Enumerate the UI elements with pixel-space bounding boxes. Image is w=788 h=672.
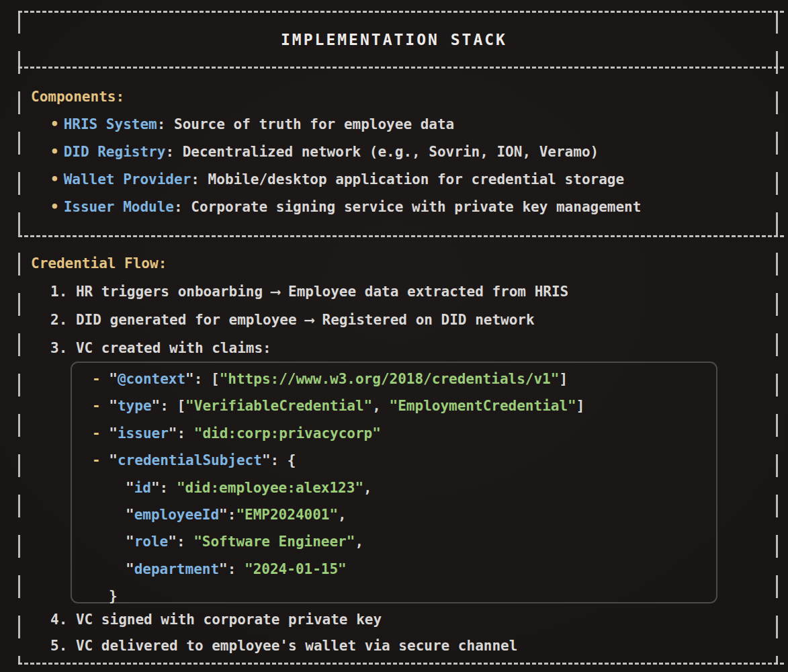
claim-token: employeeId [134,507,219,523]
bullet-wrap: •DID Registry: Decentralized network (e.… [31,138,599,166]
claim-token: , [355,534,363,550]
flow-step: 2. DID generated for employee ⟶ Register… [31,306,568,334]
claim-token: " [126,480,134,496]
claim-line: - "type": ["VerifiableCredential", "Empl… [72,392,716,419]
claim-token: "VerifiableCredential" [185,398,372,414]
claim-token: role [134,534,169,550]
claim-token: ": [ [185,371,220,387]
flow-steps-4-5-section: 4. VC signed with corporate private key5… [31,607,517,659]
claim-token: "did:employee:alex123" [177,480,363,496]
claim-token: ": [168,534,193,550]
claim-line: "department": "2024-01-15" [72,556,716,583]
claim-token: ] [576,398,585,414]
claim-line: } [72,583,716,610]
claim-token: , [338,507,347,523]
claim-token: id [134,480,151,496]
claim-token: "Software Engineer" [193,534,355,550]
component-item: •DID Registry: Decentralized network (e.… [31,138,641,166]
bullet-icon: • [50,171,59,187]
claim-token: " [109,371,118,387]
frame-border-left [18,11,20,665]
claim-token: " [109,398,118,414]
component-name: DID Registry [64,144,166,160]
flow-step-text: 2. DID generated for employee ⟶ Register… [31,306,535,334]
claim-line: - "@context": ["https://www.w3.org/2018/… [72,366,716,392]
claim-token: ] [559,371,568,387]
flow-step-text: 5. VC delivered to employee's wallet via… [31,633,517,659]
claim-token: "https://www.w3.org/2018/credentials/v1" [220,371,560,387]
claim-token: credentialSubject [118,452,262,468]
flow-step: 3. VC created with claims: [31,334,568,362]
frame-border-bottom [18,663,785,665]
claim-token: " [109,425,118,442]
flow-step-text: 4. VC signed with corporate private key [31,607,382,633]
claim-token: - [92,425,109,442]
component-name: HRIS System [64,116,157,132]
component-description: : Decentralized network (e.g., Sovrin, I… [165,144,599,160]
components-section: Components: •HRIS System: Source of trut… [31,83,641,221]
claim-token: } [109,588,118,604]
component-description: : Corporate signing service with private… [174,199,641,215]
bullet-icon: • [50,116,59,132]
component-item: •Issuer Module: Corporate signing servic… [31,194,641,221]
claim-token: - [92,371,109,387]
claim-line: "role": "Software Engineer", [72,528,716,555]
claim-token: ": [ [152,398,186,414]
claim-token: " [126,507,134,523]
page-title: IMPLEMENTATION STACK [0,31,788,48]
component-name: Issuer Module [64,199,174,215]
component-item: •Wallet Provider: Mobile/desktop applica… [31,166,641,194]
ascii-frame: IMPLEMENTATION STACK Components: •HRIS S… [0,0,788,672]
claim-token: "EmploymentCredential" [390,398,576,414]
claim-token: " [126,534,134,550]
claim-token: , [372,398,389,414]
bullet-wrap: •HRIS System: Source of truth for employ… [31,111,454,138]
claim-token: ": [219,561,245,577]
divider-under-title [18,67,785,69]
component-description: : Mobile/desktop application for credent… [191,171,624,187]
bullet-wrap: •Issuer Module: Corporate signing servic… [31,194,641,221]
flow-steps-4-5: 4. VC signed with corporate private key5… [31,607,517,659]
claims-code-box: - "@context": ["https://www.w3.org/2018/… [71,362,717,603]
claim-token: type [118,398,152,414]
claim-token: - [92,452,109,468]
claim-line: "id": "did:employee:alex123", [72,474,716,501]
flow-step: 5. VC delivered to employee's wallet via… [31,633,517,659]
claim-token: ": [151,480,177,496]
flow-steps-1-3: 1. HR triggers onboarbing ⟶ Employee dat… [31,278,568,362]
flow-step-text: 1. HR triggers onboarbing ⟶ Employee dat… [31,278,568,306]
claim-token: "EMP2024001" [236,507,338,523]
credential-flow-section: Credential Flow: 1. HR triggers onboarbi… [31,249,568,362]
claims-json-lines: - "@context": ["https://www.w3.org/2018/… [72,366,716,610]
bullet-icon: • [50,199,59,215]
claim-token: - [92,398,109,414]
claim-token: " [109,452,118,468]
claim-line: "employeeId":"EMP2024001", [72,501,716,528]
claim-token: ": { [262,452,296,468]
frame-border-top [18,11,785,13]
flow-step-text: 3. VC created with claims: [31,334,271,362]
claim-token: " [126,561,134,577]
claim-line: - "credentialSubject": { [72,447,716,474]
claim-token: ": [219,507,236,523]
claim-token: issuer [118,425,169,442]
component-description: : Source of truth for employee data [157,116,455,132]
credential-flow-heading: Credential Flow: [31,249,568,278]
flow-step: 4. VC signed with corporate private key [31,607,517,633]
bullet-icon: • [50,144,59,160]
claim-token: "did:corp:privacycorp" [194,425,381,442]
flow-step: 1. HR triggers onboarbing ⟶ Employee dat… [31,278,568,306]
claim-token: department [134,561,219,577]
claim-token: "2024-01-15" [245,561,347,577]
claim-token: ": [169,425,194,442]
bullet-wrap: •Wallet Provider: Mobile/desktop applica… [31,166,624,194]
claim-token: , [363,480,372,496]
component-name: Wallet Provider [64,171,191,187]
frame-border-right [776,11,778,665]
claim-token: @context [118,371,185,387]
component-item: •HRIS System: Source of truth for employ… [31,111,641,138]
divider-under-components [18,235,785,237]
components-heading: Components: [31,83,641,111]
claim-line: - "issuer": "did:corp:privacycorp" [72,420,716,447]
components-list: •HRIS System: Source of truth for employ… [31,111,641,221]
